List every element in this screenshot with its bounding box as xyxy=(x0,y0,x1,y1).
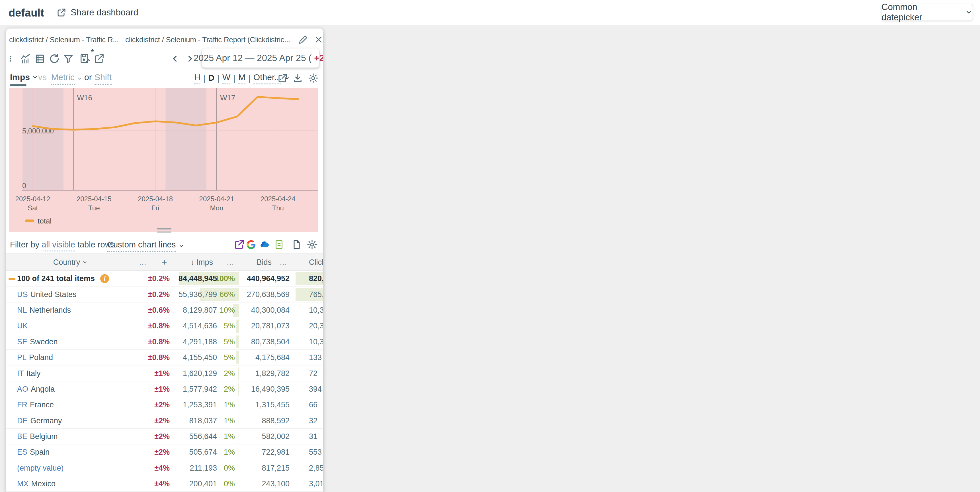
tab-traffic-report-2[interactable]: clickdistrict / Selenium - Traffic Repor… xyxy=(125,35,296,44)
imps-cell: 505,674 xyxy=(172,444,217,460)
plus-minus-cell: ±1% xyxy=(132,382,170,397)
chart-resize-handle[interactable] xyxy=(157,228,172,230)
export-open-icon[interactable] xyxy=(233,238,245,251)
plus-minus-cell: ±0.8% xyxy=(132,318,170,334)
refresh-icon[interactable] xyxy=(48,53,60,65)
sheets-export-icon[interactable] xyxy=(273,238,285,251)
table-row[interactable]: NLNetherlands±0.6%8,129,80710%40,300,084… xyxy=(6,302,323,318)
granularity-selector[interactable]: H|D|W|M|Other... xyxy=(194,72,290,85)
clicks-cell: 66 xyxy=(309,397,323,413)
date-range-text: 2025 Apr 12 — 2025 Apr 25 ( xyxy=(194,53,314,63)
sort-desc-icon: ↓ xyxy=(191,258,195,267)
table-row[interactable]: USUnited States±0.2%55,936,79966%270,638… xyxy=(6,286,323,302)
granularity-separator: | xyxy=(233,73,235,83)
open-in-new-icon[interactable] xyxy=(93,53,105,65)
imps-share-bar xyxy=(236,319,239,332)
svg-text:0: 0 xyxy=(22,182,26,190)
imps-pct-cell: 1% xyxy=(218,413,235,429)
country-code: US xyxy=(17,290,28,299)
table-row[interactable]: PLPoland±0.8%4,155,4505%4,175,684133 xyxy=(6,350,323,366)
chart-open-in-new-icon[interactable] xyxy=(276,72,289,85)
table-row[interactable]: 100 of 241 total itemsi±0.2%84,448,94510… xyxy=(6,271,323,286)
close-widget-icon[interactable] xyxy=(314,35,323,44)
imps-cell: 818,037 xyxy=(172,413,217,429)
clicks-cell: 72 xyxy=(309,366,323,381)
google-icon[interactable] xyxy=(245,238,258,251)
granularity-option-m[interactable]: M xyxy=(238,72,245,85)
document-icon[interactable] xyxy=(290,238,303,251)
chart-view-icon[interactable] xyxy=(19,53,32,65)
top-bar: default Share dashboard Common datepicke… xyxy=(0,0,980,25)
report-widget-panel: clickdistrict / Selenium - Traffic R... … xyxy=(6,29,323,492)
bids-cell: 1,829,782 xyxy=(243,366,290,381)
country-code: ES xyxy=(17,448,27,457)
table-row[interactable]: (empty value)±4%211,1930%817,2152,853 xyxy=(6,460,323,476)
granularity-separator: | xyxy=(203,73,205,83)
filter-icon[interactable] xyxy=(62,53,75,65)
tab-traffic-report-1[interactable]: clickdistrict / Selenium - Traffic R... xyxy=(9,35,125,44)
clicks-cell: 820,527 xyxy=(309,271,323,286)
table-row[interactable]: FRFrance±2%1,253,3911%1,315,45566 xyxy=(6,397,323,413)
chart-resize-handle-2[interactable] xyxy=(157,232,172,233)
imps-column-menu[interactable]: … xyxy=(226,253,236,271)
table-row[interactable]: BEBelgium±2%556,6441%582,00231 xyxy=(6,429,323,444)
column-header-country[interactable]: Country xyxy=(49,253,92,271)
prev-period-icon[interactable] xyxy=(169,53,181,65)
onedrive-cloud-icon[interactable] xyxy=(258,238,270,251)
custom-chart-lines-dropdown[interactable]: Custom chart lines xyxy=(107,240,184,252)
imps-cell: 4,291,188 xyxy=(172,334,217,350)
add-column-button[interactable]: + xyxy=(154,253,175,271)
bids-column-menu[interactable]: … xyxy=(278,253,289,271)
common-datepicker-button[interactable]: Common datepicker xyxy=(881,4,973,21)
clicks-cell: 31 xyxy=(309,429,323,444)
granularity-separator: | xyxy=(248,73,251,83)
table-row[interactable]: DEGermany±2%818,0371%888,59232 xyxy=(6,413,323,429)
save-report-icon[interactable] xyxy=(79,53,91,65)
primary-metric-dropdown[interactable]: Imps xyxy=(10,72,38,82)
column-header-clicks[interactable]: Clicks xyxy=(309,253,323,271)
imps-share-bar xyxy=(236,351,239,364)
clicks-cell: 20,316 xyxy=(309,318,323,334)
clicks-cell: 32 xyxy=(309,413,323,429)
imps-pct-cell: 1% xyxy=(218,397,235,413)
granularity-option-w[interactable]: W xyxy=(223,72,230,85)
country-cell: MXMexico xyxy=(17,476,56,492)
table-row[interactable]: ESSpain±2%505,6741%722,981553 xyxy=(6,444,323,460)
bids-cell: 40,300,084 xyxy=(243,302,290,318)
download-icon[interactable] xyxy=(291,72,304,85)
date-range-button[interactable]: 2025 Apr 12 — 2025 Apr 25 ( +2) xyxy=(202,48,319,67)
kebab-menu-icon[interactable] xyxy=(7,53,14,65)
table-settings-gear-icon[interactable] xyxy=(306,238,318,251)
country-code: SE xyxy=(17,337,27,346)
country-code: FR xyxy=(17,401,27,409)
secondary-metric-dropdown[interactable]: Metric xyxy=(51,72,83,85)
shift-toggle[interactable]: Shift xyxy=(94,72,111,85)
table-row[interactable]: AOAngola±1%1,577,9422%16,490,395394 xyxy=(6,382,323,397)
plus-minus-cell: ±1% xyxy=(132,366,170,381)
table-row[interactable]: UK±0.8%4,514,6365%20,781,07320,316 xyxy=(6,318,323,334)
imps-share-bar xyxy=(239,430,239,443)
plus-minus-cell: ±0.2% xyxy=(132,271,170,286)
table-view-icon[interactable] xyxy=(33,53,46,65)
granularity-option-d[interactable]: D xyxy=(208,73,215,84)
granularity-option-h[interactable]: H xyxy=(194,72,200,85)
plus-minus-cell: ±0.2% xyxy=(132,286,170,302)
share-dashboard-button[interactable]: Share dashboard xyxy=(56,6,138,19)
table-body: 100 of 241 total itemsi±0.2%84,448,94510… xyxy=(6,271,323,492)
edit-title-icon[interactable] xyxy=(298,35,308,45)
info-icon[interactable]: i xyxy=(100,274,109,283)
table-row[interactable]: SESweden±0.8%4,291,1885%80,738,50410,354 xyxy=(6,334,323,350)
traffic-chart[interactable]: W16W1705,000,0002025-04-12Sat2025-04-15T… xyxy=(9,88,318,232)
table-row[interactable]: MXMexico±4%200,4010%243,1003,013 xyxy=(6,476,323,492)
imps-cell: 4,514,636 xyxy=(172,318,217,334)
svg-text:2025-04-21: 2025-04-21 xyxy=(199,195,234,203)
all-visible-link[interactable]: all visible xyxy=(41,240,75,251)
column-header-bids[interactable]: Bids xyxy=(242,253,272,271)
table-row[interactable]: ITItaly±1%1,620,1292%1,829,78272 xyxy=(6,366,323,381)
column-header-imps[interactable]: ↓ Imps xyxy=(177,253,213,271)
total-items-label: 100 of 241 total items xyxy=(17,274,95,283)
imps-pct-cell: 1% xyxy=(218,444,235,460)
plus-minus-cell: ±4% xyxy=(132,460,170,476)
chart-settings-gear-icon[interactable] xyxy=(307,72,320,85)
country-column-menu[interactable]: … xyxy=(138,253,148,271)
